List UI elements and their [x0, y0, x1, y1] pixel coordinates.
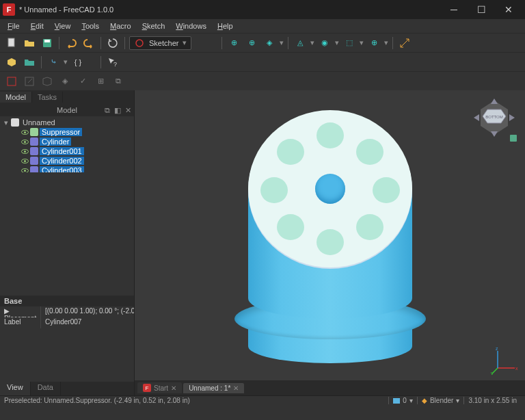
outer-hole[interactable] — [260, 177, 288, 203]
new-file-button[interactable] — [4, 36, 19, 51]
object-icon — [30, 128, 38, 136]
outer-hole[interactable] — [317, 229, 344, 255]
tree-title: Model ⧉◧✕ — [0, 104, 134, 116]
viewport-tab-document[interactable]: Unnamed : 1* ✕ — [183, 383, 244, 393]
navcube-left-icon — [474, 114, 479, 121]
popout-icon[interactable]: ⧉ — [105, 106, 110, 115]
viewport-tab-start[interactable]: F Start ✕ — [137, 382, 182, 393]
property-key: Label — [0, 317, 41, 328]
refresh-button[interactable] — [105, 36, 120, 51]
menu-tools[interactable]: Tools — [77, 21, 104, 31]
property-value[interactable]: [(0.00 0.00 1.00); 0.00 °; (-2.02 in -0.… — [41, 306, 134, 317]
menu-file[interactable]: File — [3, 21, 25, 31]
outer-hole[interactable] — [356, 214, 383, 240]
tree-item[interactable]: Cylinder001 — [0, 146, 134, 156]
zoom-fit-button[interactable]: ⊕ — [226, 36, 241, 51]
menu-help[interactable]: Help — [213, 21, 238, 31]
blender-icon: ◆ — [422, 397, 427, 404]
boundingbox-button[interactable]: ⬚ — [342, 36, 357, 51]
status-message: Preselected: Unnamed.Suppressor. (-2.49 … — [4, 397, 190, 404]
tab-close-icon[interactable]: ✕ — [233, 384, 239, 392]
link-button[interactable]: ⤷ — [46, 55, 61, 70]
status-nav-widget[interactable]: 0 ▾ — [388, 397, 417, 404]
nav-swatch-icon — [393, 398, 400, 404]
svg-rect-0 — [8, 38, 14, 47]
sketch-reorient-button[interactable]: ◈ — [57, 74, 72, 89]
whatsthis-button[interactable]: ? — [105, 55, 120, 70]
menu-windows[interactable]: Windows — [171, 21, 211, 31]
visibility-eye-icon[interactable] — [21, 137, 29, 146]
undo-button[interactable] — [64, 36, 79, 51]
sketch-mirror-button[interactable]: ⧉ — [111, 74, 126, 89]
navigation-cube[interactable]: BOTTOM — [470, 97, 518, 145]
3d-model[interactable] — [248, 110, 412, 363]
close-button[interactable]: ✕ — [495, 0, 522, 19]
float-icon[interactable]: ◧ — [114, 106, 121, 115]
tree-item[interactable]: Cylinder002 — [0, 156, 134, 166]
svg-point-14 — [24, 160, 26, 162]
sketch-face-button[interactable] — [40, 74, 55, 89]
save-button[interactable] — [40, 36, 55, 51]
sketch-edit-button[interactable] — [22, 74, 37, 89]
tree-item-label: Cylinder — [40, 137, 71, 146]
tab-data[interactable]: Data — [31, 382, 61, 395]
menu-macro[interactable]: Macro — [105, 21, 136, 31]
close-panel-icon[interactable]: ✕ — [125, 106, 131, 115]
menubar: File Edit View Tools Macro Sketch Window… — [0, 19, 525, 33]
outer-hole[interactable] — [277, 214, 304, 240]
tab-tasks[interactable]: Tasks — [32, 92, 63, 103]
measure-button[interactable]: ⊕ — [366, 36, 381, 51]
measure-distance-button[interactable] — [397, 36, 412, 51]
3d-viewport[interactable]: BOTTOM x y z F Start ✕ Un — [135, 90, 525, 395]
workbench-selector[interactable]: Sketcher ▾ — [129, 36, 191, 50]
expand-icon[interactable]: ▾ — [3, 118, 10, 127]
property-row[interactable]: LabelCylinder007 — [0, 317, 134, 328]
model-tree[interactable]: ▾ Unnamed SuppressorCylinderCylinder001C… — [0, 116, 134, 172]
svg-text:BOTTOM: BOTTOM — [485, 115, 503, 119]
isometric-button[interactable]: ◈ — [262, 36, 277, 51]
model-top-face[interactable] — [248, 110, 412, 267]
freecad-icon: F — [143, 384, 151, 392]
combo-view-panel: Model Tasks Model ⧉◧✕ ▾ Unnamed Suppress… — [0, 90, 135, 395]
property-value[interactable]: Cylinder007 — [41, 317, 134, 328]
menu-edit[interactable]: Edit — [26, 21, 49, 31]
varset-button[interactable]: { } — [70, 55, 85, 70]
drawstyle-button[interactable]: ◉ — [317, 36, 332, 51]
property-row[interactable]: ▶ Placement[(0.00 0.00 1.00); 0.00 °; (-… — [0, 306, 134, 317]
visibility-eye-icon[interactable] — [21, 128, 29, 136]
minimize-button[interactable]: ─ — [440, 0, 468, 19]
outer-hole[interactable] — [277, 139, 304, 165]
sketch-validate-button[interactable]: ✓ — [75, 74, 90, 89]
part-button[interactable] — [4, 55, 19, 70]
tab-view[interactable]: View — [0, 382, 31, 395]
tree-item[interactable]: Suppressor — [0, 127, 134, 137]
titlebar: F * Unnamed - FreeCAD 1.0.0 ─ ☐ ✕ — [0, 0, 525, 19]
outer-hole[interactable] — [356, 139, 383, 165]
redo-button[interactable] — [81, 36, 96, 51]
status-navstyle-widget[interactable]: ◆ Blender ▾ — [417, 397, 463, 404]
sketch-merge-button[interactable]: ⊞ — [93, 74, 108, 89]
open-file-button[interactable] — [22, 36, 37, 51]
property-key: ▶ Placement — [0, 306, 41, 317]
tree-item[interactable]: Cylinder — [0, 137, 134, 146]
tree-doc-row[interactable]: ▾ Unnamed — [0, 118, 134, 127]
maximize-button[interactable]: ☐ — [468, 0, 495, 19]
center-hole[interactable] — [315, 174, 345, 204]
sketch-new-button[interactable] — [4, 74, 19, 89]
menu-sketch[interactable]: Sketch — [137, 21, 170, 31]
tree-item[interactable]: Cylinder003 — [0, 166, 134, 172]
dropdown-icon: ▾ — [360, 38, 364, 47]
visibility-eye-icon[interactable] — [21, 157, 29, 165]
tab-close-icon[interactable]: ✕ — [171, 384, 176, 392]
outer-hole[interactable] — [317, 122, 344, 148]
tab-model[interactable]: Model — [0, 92, 32, 103]
visibility-eye-icon[interactable] — [21, 166, 29, 172]
outer-hole[interactable] — [373, 177, 400, 203]
selection-filter-button[interactable]: ◬ — [293, 36, 308, 51]
zoom-selection-button[interactable]: ⊕ — [244, 36, 259, 51]
visibility-eye-icon[interactable] — [21, 147, 29, 155]
property-panel: Base ▶ Placement[(0.00 0.00 1.00); 0.00 … — [0, 296, 134, 328]
dropdown-icon: ▾ — [280, 38, 284, 47]
menu-view[interactable]: View — [50, 21, 76, 31]
group-button[interactable] — [22, 55, 37, 70]
